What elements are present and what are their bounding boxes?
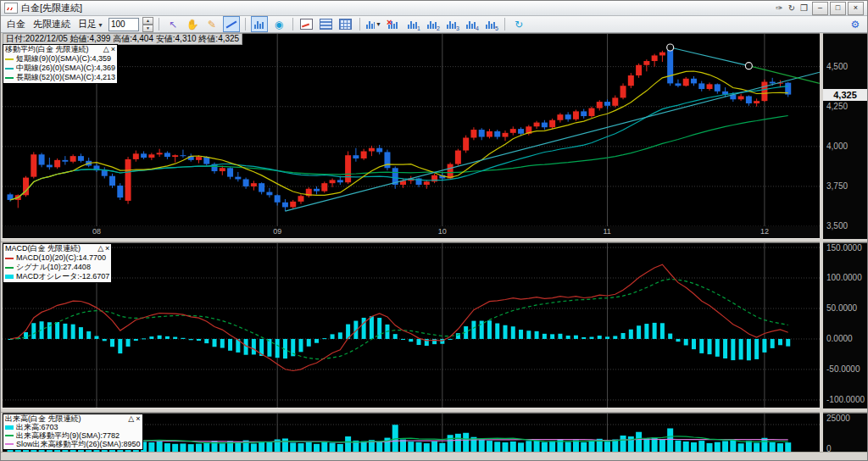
new-chart-button[interactable] xyxy=(298,16,315,32)
trendline-tool-button[interactable] xyxy=(223,16,240,32)
windows-icon[interactable]: ❐ xyxy=(800,3,808,13)
volume-axis[interactable]: 250000 xyxy=(823,413,867,453)
grid-icon xyxy=(339,19,352,30)
close-button[interactable]: × xyxy=(848,2,864,15)
moving-average-legend: 移動平均(白金 先限連続) △× 短期線(9)(0)(SMA)(C):4,359… xyxy=(3,44,118,84)
spin-up-icon: ▲ xyxy=(142,17,153,25)
compass-button[interactable]: ◉ xyxy=(270,16,287,32)
settings-button[interactable]: ⚙ xyxy=(847,16,864,32)
month-label: 10 xyxy=(438,227,447,236)
preset-digit: 1 xyxy=(417,25,420,31)
close-icon[interactable]: × xyxy=(111,45,115,53)
refresh-icon: ↻ xyxy=(515,19,523,31)
macd-axis[interactable]: 150.0000100.000050.00000.0000-50.0000-10… xyxy=(823,242,867,408)
legend-title: 移動平均(白金 先限連続) xyxy=(5,45,89,54)
table-icon xyxy=(320,19,332,30)
indicator-preset-1-button[interactable]: 1 xyxy=(404,16,421,32)
axis-tick-label: 3,750 xyxy=(826,181,848,191)
title-bar[interactable]: 白金[先限連続] ✑ ↻ ❐ – □ × xyxy=(1,1,867,16)
close-icon[interactable]: × xyxy=(136,414,140,423)
price-axis[interactable]: 4,5004,2504,0003,7503,5004,325 xyxy=(823,33,867,239)
remove-indicator-button[interactable]: × xyxy=(385,16,402,32)
crosshair-tool-button[interactable] xyxy=(251,16,268,32)
close-icon[interactable]: × xyxy=(105,244,109,253)
month-label: 12 xyxy=(760,227,769,236)
minimize-button[interactable]: – xyxy=(812,2,828,15)
axis-tick-label: 3,500 xyxy=(826,221,848,230)
month-label: 08 xyxy=(92,227,101,236)
month-label: 11 xyxy=(604,227,611,236)
macd-legend: MACD(白金 先限連続) △× MACD(10)(20)(C):14.7700… xyxy=(3,243,112,283)
collapse-icon[interactable]: △ xyxy=(103,45,109,53)
legend-item: 短期線(9)(0)(SMA)(C):4,359 xyxy=(16,54,111,64)
axis-tick-label: 25000 xyxy=(826,414,850,423)
quote-table-button[interactable] xyxy=(318,16,335,32)
axis-tick-label: 4,000 xyxy=(826,142,848,151)
collapse-icon[interactable]: △ xyxy=(97,244,103,253)
maximize-button[interactable]: □ xyxy=(830,2,846,15)
vol-ma-fast-swatch xyxy=(5,435,14,436)
indicator-preset-5-button[interactable]: 5 xyxy=(482,16,499,32)
sma-long-swatch xyxy=(5,77,14,79)
legend-title: MACD(白金 先限連続) xyxy=(5,244,81,253)
chart-window: 白金[先限連続] ✑ ↻ ❐ – □ × 白金 先限連続 日足▼ 100 ▲▼ … xyxy=(0,0,868,461)
volume-legend: 出来高(白金 先限連続) △× 出来高:6703 出来高移動平均(9)(SMA)… xyxy=(3,414,143,450)
bars-count-stepper[interactable]: ▲▼ xyxy=(142,17,153,32)
compass-icon: ◉ xyxy=(275,19,283,31)
separator xyxy=(159,18,159,31)
axis-tick-label: -100.0000 xyxy=(826,395,865,404)
spin-down-icon: ▼ xyxy=(142,25,153,32)
bars-count-input[interactable]: 100 xyxy=(108,18,139,31)
signal-line-swatch xyxy=(5,267,14,269)
preset-digit: 2 xyxy=(437,25,440,31)
delete-x-icon: × xyxy=(387,17,392,27)
last-price-tag: 4,325 xyxy=(823,89,867,101)
axis-tick-label: 50.0000 xyxy=(826,303,857,313)
reload-icon[interactable]: ↻ xyxy=(788,3,795,13)
sma-short-swatch xyxy=(5,58,14,60)
legend-item: 長期線(52)(0)(SMA)(C):4,213 xyxy=(16,73,115,82)
annotate-icon[interactable]: ✑ xyxy=(776,3,782,13)
draw-tool-button[interactable]: ✎ xyxy=(203,16,220,32)
wrench-icon: ⚙ xyxy=(851,19,860,31)
preset-digit: 3 xyxy=(456,25,459,31)
grid-layout-button[interactable] xyxy=(337,16,354,32)
legend-item: 出来高移動平均(9)(SMA):7782 xyxy=(16,431,120,440)
x-axis-strip: 0809101112 xyxy=(3,226,820,238)
app-icon xyxy=(4,3,18,14)
axis-tick-label: -50.0000 xyxy=(826,364,860,374)
pan-tool-button[interactable]: ✋ xyxy=(184,16,201,32)
main-chart-panel[interactable] xyxy=(3,33,820,227)
contract-label[interactable]: 先限連続 xyxy=(33,18,70,31)
axis-tick-label: 4,250 xyxy=(826,102,848,111)
separator xyxy=(292,18,293,31)
macd-chart[interactable] xyxy=(3,243,820,408)
preset-digit: 5 xyxy=(495,25,498,31)
legend-item: MACD(10)(20)(C):14.7700 xyxy=(16,253,106,263)
collapse-icon[interactable]: △ xyxy=(128,414,134,423)
preset-digit: 4 xyxy=(476,25,479,31)
oscillator-swatch xyxy=(5,275,14,279)
legend-item: MACDオシレータ:-12.6707 xyxy=(16,272,109,281)
indicator-preset-3-button[interactable]: 3 xyxy=(443,16,460,32)
legend-item: 出来高:6703 xyxy=(16,423,58,431)
period-select[interactable]: 日足▼ xyxy=(78,18,103,31)
axis-tick-label: 100.0000 xyxy=(826,273,862,282)
vol-ma-slow-swatch xyxy=(5,443,14,445)
candlestick-chart[interactable] xyxy=(3,34,820,227)
indicator-menu-button[interactable]: ▼ xyxy=(365,16,382,32)
chart-panel-icon xyxy=(300,19,313,30)
macd-panel[interactable] xyxy=(3,242,820,408)
chart-cursor-icon xyxy=(254,20,264,29)
refresh-button[interactable]: ↻ xyxy=(510,16,527,32)
symbol-label[interactable]: 白金 xyxy=(7,18,25,31)
window-title: 白金[先限連続] xyxy=(21,2,773,14)
select-tool-button[interactable]: ↖ xyxy=(164,16,181,32)
legend-item: Slow出来高移動平均(26)(SMA):8950 xyxy=(16,440,141,448)
cursor-icon: ↖ xyxy=(169,19,177,31)
sma-mid-swatch xyxy=(5,68,14,69)
bar-chart-icon xyxy=(366,20,375,29)
indicator-preset-2-button[interactable]: 2 xyxy=(424,16,441,32)
chevron-down-icon: ▼ xyxy=(376,21,381,27)
indicator-preset-4-button[interactable]: 4 xyxy=(463,16,480,32)
